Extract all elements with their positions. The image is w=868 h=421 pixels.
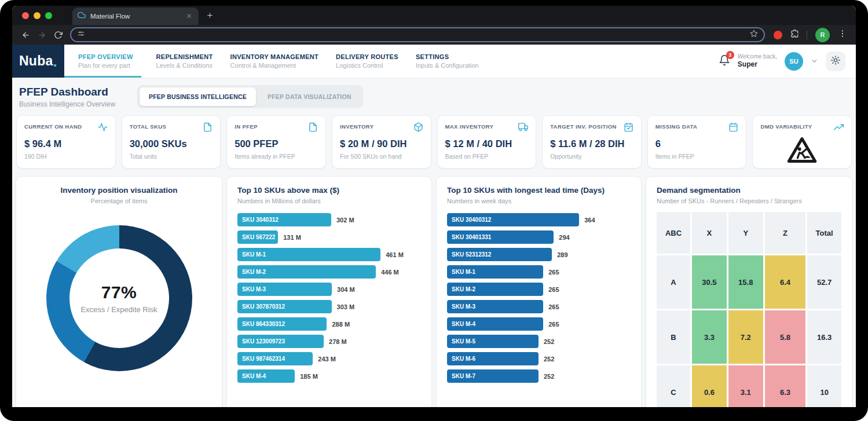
view-tab-group: PFEP BUSINESS INTELLIGENCE PFEP DATA VIS…	[137, 85, 363, 108]
sku-bar: SKU M-4	[237, 369, 295, 383]
kpi-label: TOTAL SKUS	[130, 122, 167, 130]
theme-toggle-button[interactable]	[826, 52, 845, 71]
address-bar[interactable]	[70, 27, 765, 42]
bar-list: SKU 3040312 302 M SKU 567222 131 M SKU M…	[237, 213, 421, 383]
matrix-header-cell: Y	[728, 212, 763, 254]
sku-bar: SKU 30401331	[447, 230, 554, 244]
notifications-button[interactable]: 3	[719, 54, 730, 68]
bar-value-label: 265	[548, 269, 559, 276]
chart-title: Demand segmentation	[657, 186, 841, 195]
sku-bar: SKU 567222	[237, 230, 278, 244]
extensions-puzzle-icon[interactable]	[790, 29, 800, 41]
browser-window: Material Flow R Nuba.	[12, 6, 856, 407]
page-title: PFEP Dashboard	[19, 86, 118, 98]
address-input[interactable]	[90, 30, 745, 39]
bell-icon	[719, 58, 730, 68]
abc-xyz-matrix: ABCXYZTotalA30.515.86.452.7B3.37.25.816.…	[657, 212, 841, 407]
trending-up-icon	[834, 122, 844, 134]
bar-row: SKU 307870312 303 M	[237, 300, 421, 313]
bar-value-label: 252	[544, 356, 554, 363]
kpi-card-target-inv-position: TARGET INV. POSITION $ 11.6 M / 28 DIH O…	[542, 115, 642, 169]
nav-item-replenishment[interactable]: REPLENISHMENT Levels & Conditions	[156, 45, 213, 78]
calendar-check-icon	[624, 122, 633, 134]
bar-value-label: 304 M	[337, 286, 355, 293]
sku-bar: SKU 30400312	[447, 213, 579, 226]
demand-segmentation-card: Demand segmentation Number of SKUs - Run…	[646, 176, 852, 407]
matrix-value-cell: 30.5	[692, 255, 727, 309]
matrix-total-cell: 16.3	[807, 310, 841, 364]
browser-tab[interactable]: Material Flow	[72, 8, 199, 25]
nav-item-subtitle: Control & Management	[230, 62, 318, 69]
kpi-value: 500 PFEP	[235, 138, 318, 149]
nav-item-subtitle: Plan for every part	[78, 62, 139, 69]
forward-button[interactable]	[34, 27, 50, 43]
tab-title: Material Flow	[90, 13, 180, 20]
nuba-logo[interactable]: Nuba.	[12, 45, 64, 78]
bar-value-label: 278 M	[329, 338, 347, 345]
tab-close-icon[interactable]	[184, 11, 193, 21]
nav-item-delivery-routes[interactable]: DELIVERY ROUTES Logistics Control	[336, 45, 398, 78]
bar-row: SKU M-4 265	[447, 317, 631, 331]
bar-value-label: 265	[548, 321, 559, 328]
nav-item-inventory-management[interactable]: INVENTORY MANAGEMENT Control & Managemen…	[230, 45, 318, 78]
sku-bar: SKU M-2	[237, 265, 376, 279]
truck-icon	[518, 122, 528, 134]
close-window-button[interactable]	[22, 12, 29, 19]
nav-item-title: PFEP OVERVIEW	[78, 53, 133, 60]
file-icon	[308, 122, 318, 134]
tab-pfep-business-intelligence[interactable]: PFEP BUSINESS INTELLIGENCE	[140, 87, 256, 106]
nav-item-pfep-overview[interactable]: PFEP OVERVIEW Plan for every part	[78, 45, 139, 78]
kpi-sub: Total units	[130, 153, 213, 160]
tab-pfep-data-visualization[interactable]: PFEP DATA VISUALIZATION	[258, 87, 361, 106]
back-button[interactable]	[17, 27, 34, 43]
bookmark-star-icon[interactable]	[750, 30, 758, 40]
bar-row: SKU M-5 252	[447, 335, 631, 348]
bar-row: SKU M-2 446 M	[237, 265, 421, 279]
header-right: 3 Welcome back, Super SU	[719, 45, 856, 78]
matrix-value-cell: 0.6	[692, 365, 727, 407]
minimize-window-button[interactable]	[34, 12, 41, 19]
matrix-value-cell: 5.8	[765, 310, 806, 364]
sku-bar: SKU M-1	[447, 265, 543, 279]
new-tab-button[interactable]	[206, 11, 214, 21]
package-icon	[413, 122, 423, 134]
kpi-label: INVENTORY	[340, 122, 374, 130]
browser-profile-avatar[interactable]: R	[815, 28, 830, 42]
bar-row: SKU M-4 185 M	[237, 369, 421, 383]
bar-chart-lead-time-card: Top 10 SKUs with longest lead time (Days…	[436, 176, 642, 407]
bar-row: SKU 567222 131 M	[237, 230, 421, 244]
sku-bar: SKU 52312312	[447, 248, 552, 261]
nav-item-title: SETTINGS	[416, 53, 449, 60]
extension-red-icon[interactable]	[774, 31, 782, 39]
kpi-card-missing-data: MISSING DATA 6 Items in PFEP	[647, 115, 747, 169]
tune-icon[interactable]	[77, 30, 85, 40]
kpi-value: 6	[655, 138, 739, 149]
bar-row: SKU 30400312 364	[447, 213, 631, 226]
user-avatar[interactable]: SU	[785, 52, 803, 71]
kpi-card-dmd-variability: DMD VARIABILITY	[752, 115, 852, 169]
chart-subtitle: Numbers in Millions of dollars	[237, 197, 421, 204]
matrix-value-cell: 3.3	[692, 310, 727, 364]
bar-value-label: 302 M	[336, 217, 354, 224]
kpi-value: $ 12 M / 40 DIH	[445, 138, 529, 149]
bar-row: SKU 52312312 289	[447, 248, 631, 261]
file-icon	[203, 122, 213, 134]
bar-row: SKU 30401331 294	[447, 230, 631, 244]
bar-row: SKU M-6 252	[447, 352, 631, 365]
notification-badge: 3	[726, 51, 734, 59]
maximize-window-button[interactable]	[45, 12, 52, 19]
matrix-header-cell: Z	[765, 212, 806, 254]
window-controls	[22, 6, 52, 25]
reload-button[interactable]	[50, 27, 66, 43]
browser-menu-icon[interactable]	[838, 29, 847, 41]
kpi-label: DMD VARIABILITY	[760, 122, 812, 130]
kpi-row: CURRENT ON HAND $ 96.4 M 190 DIH TOTAL S…	[12, 115, 856, 169]
kpi-sub: Items in PFEP	[655, 153, 739, 160]
kpi-sub: Opportunity	[550, 153, 633, 160]
matrix-value-cell: 6.3	[765, 365, 806, 407]
nav-item-settings[interactable]: SETTINGS Inputs & Configuration	[416, 45, 479, 78]
bar-value-label: 131 M	[283, 234, 301, 241]
user-menu-chevron-icon[interactable]	[811, 57, 818, 65]
kpi-label: MAX INVENTORY	[445, 122, 494, 130]
bar-list: SKU 30400312 364 SKU 30401331 294 SKU 52…	[447, 213, 631, 383]
